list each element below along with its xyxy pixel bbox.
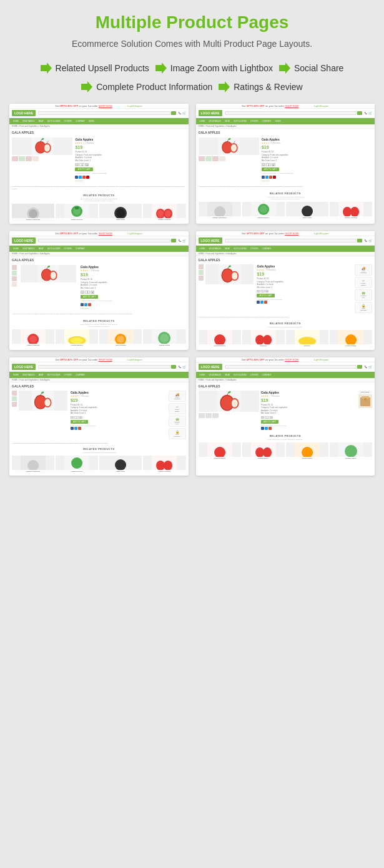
svg-marker-3 [81,81,92,92]
svg-point-49 [51,272,56,279]
screenshot-1: Get UPTO 40% OFF on your 1st order SHOP … [9,104,189,224]
screenshot-2: Get UPTO 40% OFF on your 1st order SHOP … [196,104,375,224]
svg-point-33 [232,146,235,149]
features-row-1: Related Upsell Products Image Zoom with … [9,62,375,74]
svg-point-21 [116,209,125,217]
logo-1: LOGO HERE [12,110,36,116]
screenshot-6: Get UPTO 40% OFF on your 1st order SHOP … [196,357,375,476]
svg-point-58 [117,336,124,343]
arrow-icon-3 [279,62,290,74]
page-title: Multiple Product Pages [9,12,375,32]
svg-marker-0 [41,62,52,74]
arrow-icon-2 [155,62,167,74]
svg-point-102 [364,398,367,401]
feature-label-ratings: Ratings & Review [234,82,303,92]
screenshot-4: Get UPTO 40% OFF on your 1st order SHOP … [196,231,375,350]
svg-point-61 [160,334,169,342]
feature-complete-info: Complete Product Information [81,81,212,92]
svg-point-25 [157,210,164,217]
arrow-icon-1 [41,62,52,74]
promo-bar-1: Get UPTO 40% OFF on your 1st order SHOP … [9,104,189,109]
svg-marker-4 [219,81,230,92]
feature-social-share: Social Share [279,62,343,74]
svg-rect-18 [75,207,79,209]
svg-point-106 [255,447,264,457]
svg-point-71 [255,335,264,345]
svg-point-14 [29,209,37,218]
svg-point-52 [29,336,37,343]
svg-point-67 [232,272,237,279]
feature-related-upsell: Related Upsell Products [41,62,149,74]
feature-label-image-zoom: Image Zoom with Lightbox [170,63,273,73]
svg-point-72 [263,335,272,345]
svg-point-111 [345,445,357,457]
page-subtitle: Ecommerce Solution Comes with Multi Prod… [9,39,375,49]
svg-point-107 [263,447,272,457]
svg-point-82 [44,399,50,406]
feature-label-complete-info: Complete Product Information [96,82,212,92]
svg-point-91 [164,461,172,471]
svg-point-38 [260,206,267,213]
arrow-icon-4 [81,81,92,92]
screenshots-grid: Get UPTO 40% OFF on your 1st order SHOP … [9,104,375,476]
svg-point-88 [115,459,126,471]
screenshot-3: Get UPTO 40% OFF on your 1st order SHOP … [9,231,189,350]
screenshot-5: Get UPTO 40% OFF on your 1st order SHOP … [9,357,189,476]
svg-point-90 [156,461,165,471]
svg-point-11 [46,146,49,149]
feature-label-social-share: Social Share [294,63,343,73]
feature-label-related-upsell: Related Upsell Products [56,63,149,73]
feature-ratings: Ratings & Review [219,81,303,92]
arrow-icon-5 [219,81,230,92]
svg-marker-1 [155,62,167,74]
svg-marker-2 [279,62,290,74]
features-row-2: Complete Product Information Ratings & R… [9,81,375,92]
svg-point-43 [350,207,359,217]
svg-point-55 [71,337,83,344]
svg-point-40 [302,206,313,217]
svg-point-98 [233,401,235,404]
feature-image-zoom: Image Zoom with Lightbox [155,62,273,74]
svg-point-42 [343,207,352,217]
svg-point-86 [71,457,82,469]
svg-point-26 [165,210,171,217]
